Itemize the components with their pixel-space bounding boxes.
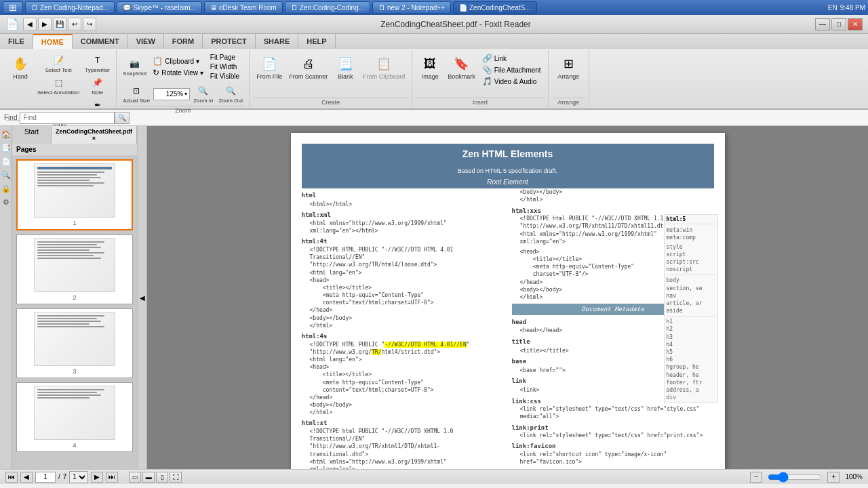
- page-number-input[interactable]: [35, 472, 56, 483]
- base-tag: base: [512, 358, 527, 365]
- tools-group: ✋ Hand 📝 Select Text ⬚ Select Annotation: [3, 50, 117, 107]
- close-button[interactable]: ✕: [848, 18, 863, 30]
- arrange-button[interactable]: ⊞ Arrange: [555, 53, 582, 81]
- page-thumb-2[interactable]: 2: [16, 235, 133, 304]
- from-clipboard-button[interactable]: 📋 From Clipboard: [360, 53, 408, 81]
- taskbar-coding[interactable]: 🗒 Zen.Coding-Coding...: [285, 1, 370, 14]
- zoom-in-status-button[interactable]: +: [827, 472, 840, 483]
- save-button[interactable]: 💾: [53, 18, 66, 31]
- tab-share[interactable]: SHARE: [256, 34, 299, 49]
- address-item: address, a: [667, 386, 715, 394]
- fit-width-button[interactable]: Fit Width: [208, 62, 242, 71]
- tab-view[interactable]: VIEW: [128, 34, 164, 49]
- tool-lock[interactable]: 🔒: [1, 183, 12, 194]
- rotate-view-button[interactable]: ↻ Rotate View ▾: [150, 67, 206, 78]
- taskbar-skype[interactable]: 💬 Skype™ - raselaim...: [117, 1, 202, 14]
- image-button[interactable]: 🖼 Image: [416, 53, 443, 81]
- tab-file[interactable]: FILE: [0, 34, 33, 49]
- actual-size-button[interactable]: ⊡ Actual Size: [121, 83, 152, 104]
- minimize-button[interactable]: —: [815, 18, 830, 30]
- tool-bookmark[interactable]: 📑: [1, 142, 12, 153]
- create-group: 📄 From File 🖨 From Scanner 📃 Blank 📋 Fro…: [250, 50, 412, 107]
- link-button[interactable]: 🔗 Link: [479, 53, 544, 64]
- hand-icon: ✋: [11, 54, 30, 73]
- taskbar-notepad1[interactable]: 🗒 Zen Coding-Notepad...: [25, 1, 115, 14]
- note-button[interactable]: 📌 Note: [83, 75, 112, 96]
- maximize-button[interactable]: □: [831, 18, 846, 30]
- nav-bar: ⏮ ◀ / 7 1234567 ▶ ⏭: [5, 471, 118, 483]
- link-tag: link: [512, 378, 527, 384]
- blank-button[interactable]: 📃 Blank: [332, 53, 359, 81]
- zoom-out-button[interactable]: 🔍 Zoom Out: [217, 83, 245, 104]
- from-clipboard-icon: 📋: [374, 54, 393, 73]
- select-annotation-button[interactable]: ⬚ Select Annotation: [35, 75, 81, 96]
- tool-settings[interactable]: ⚙: [1, 197, 12, 207]
- h5-item: h5: [667, 348, 715, 356]
- search-input[interactable]: [20, 112, 115, 124]
- pages-panel: 1 2: [12, 155, 137, 469]
- tab-comment[interactable]: COMMENT: [73, 34, 128, 49]
- taskbar-foxit[interactable]: 📄 ZenCodingCheatS...: [453, 1, 537, 14]
- html5-section: meta:win meta:comp style script script:s…: [665, 226, 717, 402]
- taskbar-notepad2[interactable]: 🗒 new 2 - Notepad++: [372, 1, 451, 14]
- taskbar-odesk[interactable]: 🖥 oDesk Team Room: [204, 1, 283, 14]
- tab-home[interactable]: HOME: [33, 34, 73, 49]
- page-thumb-4[interactable]: 4: [16, 382, 133, 452]
- prev-page-button[interactable]: ◀: [20, 472, 33, 483]
- page-thumb-1[interactable]: 1: [16, 159, 133, 230]
- snapshot-button[interactable]: 📷 SnapShot: [121, 56, 149, 77]
- single-page-button[interactable]: ▭: [129, 472, 141, 483]
- file-attachment-button[interactable]: 📎 File Attachment: [479, 64, 544, 75]
- undo-button[interactable]: ↩: [68, 18, 81, 31]
- pdf-page: Zen HTML Elements Based on HTML 5 specif…: [291, 133, 725, 469]
- tab-help[interactable]: HELP: [298, 34, 335, 49]
- zoom-slider[interactable]: [768, 472, 822, 483]
- far-right-panel: html:5 meta:win meta:comp style script s…: [664, 214, 718, 403]
- sidebar-tabs: Start ZenCodingCheatSheet.pdf ×: [12, 126, 137, 144]
- arrange-buttons: ⊞ Arrange: [555, 52, 582, 96]
- continuous-page-button[interactable]: ▬: [142, 472, 155, 483]
- zoom-out-status-button[interactable]: −: [750, 472, 762, 483]
- video-audio-button[interactable]: 🎵 Video & Audio: [479, 76, 544, 87]
- html-xt-tag: html:xt: [302, 420, 328, 426]
- full-screen-button[interactable]: ⛶: [170, 472, 182, 483]
- hand-tool-button[interactable]: ✋ Hand: [7, 53, 34, 81]
- pdf-area[interactable]: Zen HTML Elements Based on HTML 5 specif…: [147, 126, 868, 469]
- fit-visible-button[interactable]: Fit Visible: [208, 72, 242, 81]
- search-button[interactable]: 🔍: [115, 112, 130, 124]
- redo-button[interactable]: ↪: [83, 18, 96, 31]
- html5-tag: html:5: [665, 215, 717, 224]
- sidebar-collapse-button[interactable]: ◀: [138, 126, 147, 469]
- last-page-button[interactable]: ⏭: [106, 472, 118, 483]
- tab-cheatsheet[interactable]: ZenCodingCheatSheet.pdf ×: [52, 126, 137, 144]
- first-page-button[interactable]: ⏮: [5, 472, 18, 483]
- fit-page-button[interactable]: Fit Page: [208, 53, 242, 62]
- two-page-button[interactable]: ▯: [156, 472, 168, 483]
- aside-item: aside: [667, 307, 715, 314]
- clipboard-button[interactable]: 📋 Clipboard ▾: [150, 56, 206, 66]
- from-scanner-button[interactable]: 🖨 From Scanner: [286, 53, 330, 81]
- tab-start[interactable]: Start: [12, 126, 52, 144]
- pdf-content: html <html></html> html:xml <html xmlns=…: [302, 188, 714, 469]
- page-thumb-3[interactable]: 3: [16, 308, 133, 378]
- zoom-input[interactable]: [156, 90, 183, 98]
- base-code: <base href="">: [512, 367, 566, 373]
- typewriter-button[interactable]: T Typewriter: [83, 53, 112, 74]
- blank-icon: 📃: [336, 54, 355, 73]
- tool-home[interactable]: 🏠: [1, 129, 12, 140]
- tool-search[interactable]: 🔍: [1, 169, 12, 180]
- tool-pages[interactable]: 📄: [1, 156, 12, 167]
- tab-form[interactable]: FORM: [164, 34, 203, 49]
- from-file-button[interactable]: 📄 From File: [254, 53, 285, 81]
- forward-button[interactable]: ▶: [38, 18, 52, 31]
- start-button[interactable]: ⊞: [3, 1, 23, 14]
- bookmark-button[interactable]: 🔖 Bookmark: [445, 53, 478, 81]
- video-icon: 🎵: [482, 77, 492, 86]
- back-button[interactable]: ◀: [23, 18, 37, 31]
- tab-protect[interactable]: PROTECT: [203, 34, 256, 49]
- select-text-button[interactable]: 📝 Select Text: [35, 53, 81, 74]
- zoom-in-button[interactable]: 🔍 Zoom In: [191, 83, 215, 104]
- zoom-in-icon: 🔍: [197, 84, 210, 98]
- page-select[interactable]: 1234567: [69, 471, 88, 483]
- next-page-button[interactable]: ▶: [91, 472, 103, 483]
